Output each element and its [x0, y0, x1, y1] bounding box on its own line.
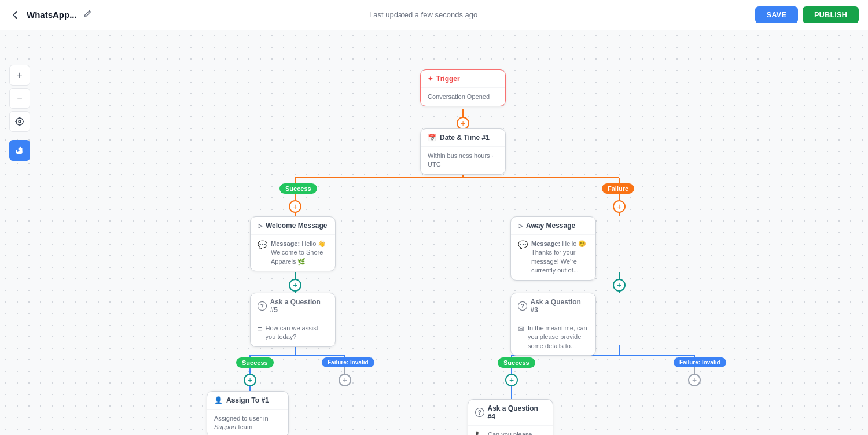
- plus-askq5-failure[interactable]: +: [339, 374, 351, 386]
- datetime-icon: 📅: [428, 134, 436, 142]
- welcome-body: 💬 Message: Hello 👋 Welcome to Shore Appa…: [251, 235, 335, 271]
- askq4-node: ? Ask a Question #4 📞 Can you please pro…: [468, 399, 553, 435]
- assign-title: Assign To #1: [226, 396, 269, 404]
- askq3-body-icon: ✉: [518, 324, 524, 334]
- trigger-title: Trigger: [436, 75, 460, 83]
- svg-point-1: [19, 120, 21, 123]
- askq3-body: ✉ In the meantime, can you please provid…: [511, 319, 595, 355]
- trigger-node: ✦ Trigger Conversation Opened: [420, 69, 506, 106]
- trigger-body: Conversation Opened: [421, 88, 505, 106]
- whatsapp-icon-welcome: 💬: [258, 239, 267, 251]
- failure-badge-right: Failure: [602, 183, 634, 194]
- datetime-title: Date & Time #1: [440, 134, 490, 142]
- askq3-icon: ?: [518, 301, 527, 311]
- header-left: WhatsApp...: [9, 9, 92, 21]
- datetime-node: 📅 Date & Time #1 Within business hours ·…: [420, 128, 506, 175]
- flow-canvas: + −: [0, 30, 868, 435]
- askq4-header: ? Ask a Question #4: [468, 400, 553, 426]
- askq4-body: 📞 Can you please provide your phone numb…: [468, 426, 553, 435]
- datetime-body: Within business hours · UTC: [421, 147, 505, 174]
- whatsapp-icon-away: 💬: [518, 239, 528, 251]
- assign-node: 👤 Assign To #1 Assigned to user in Suppo…: [207, 391, 289, 435]
- back-button[interactable]: [9, 9, 21, 21]
- away-body: 💬 Message: Hello 😊 Thanks for your messa…: [511, 235, 595, 280]
- zoom-in-button[interactable]: +: [9, 65, 30, 86]
- trigger-body-text: Conversation Opened: [428, 93, 490, 100]
- plus-below-welcome[interactable]: +: [289, 279, 301, 292]
- success-badge-askq3: Success: [498, 357, 535, 368]
- header: WhatsApp... Last updated a few seconds a…: [0, 0, 868, 30]
- plus-trigger-datetime[interactable]: +: [457, 117, 469, 130]
- welcome-icon: ▷: [258, 222, 262, 230]
- askq5-body: ≡ How can we assist you today?: [251, 319, 335, 346]
- datetime-body-text: Within business hours · UTC: [428, 152, 494, 168]
- save-button[interactable]: SAVE: [755, 6, 798, 23]
- askq3-title: Ask a Question #3: [531, 298, 589, 314]
- edit-button[interactable]: [83, 9, 92, 20]
- askq5-header: ? Ask a Question #5: [251, 293, 335, 319]
- toolbar: + −: [9, 65, 30, 161]
- away-title: Away Message: [526, 222, 575, 230]
- away-header: ▷ Away Message: [511, 217, 595, 235]
- plus-after-failure[interactable]: +: [613, 200, 626, 213]
- zoom-out-button[interactable]: −: [9, 88, 30, 109]
- trigger-icon: ✦: [428, 75, 433, 83]
- success-badge-askq5: Success: [236, 357, 274, 368]
- welcome-node: ▷ Welcome Message 💬 Message: Hello 👋 Wel…: [250, 216, 336, 271]
- askq5-body-text: How can we assist you today?: [266, 324, 328, 342]
- plus-after-success[interactable]: +: [289, 200, 301, 213]
- askq3-header: ? Ask a Question #3: [511, 293, 595, 319]
- welcome-header: ▷ Welcome Message: [251, 217, 335, 235]
- svg-point-0: [16, 118, 23, 125]
- away-node: ▷ Away Message 💬 Message: Hello 😊 Thanks…: [510, 216, 596, 281]
- failure-invalid-badge-askq3: Failure: Invalid: [674, 357, 726, 367]
- failure-invalid-badge-askq5: Failure: Invalid: [322, 357, 374, 367]
- success-badge-left: Success: [279, 183, 317, 194]
- askq4-body-text: Can you please provide your phone number…: [488, 430, 546, 435]
- target-button[interactable]: [9, 111, 30, 132]
- askq3-body-text: In the meantime, can you please provide …: [528, 324, 589, 351]
- askq5-icon: ?: [258, 301, 267, 311]
- hand-tool-button[interactable]: [9, 140, 30, 161]
- askq4-body-icon: 📞: [475, 430, 484, 435]
- askq4-title: Ask a Question #4: [488, 404, 546, 421]
- plus-askq3-failure[interactable]: +: [688, 374, 701, 386]
- askq4-icon: ?: [475, 408, 484, 417]
- header-status: Last updated a few seconds ago: [369, 10, 477, 19]
- assign-icon: 👤: [214, 396, 223, 404]
- trigger-header: ✦ Trigger: [421, 70, 505, 88]
- publish-button[interactable]: PUBLISH: [803, 6, 859, 23]
- assign-header: 👤 Assign To #1: [207, 392, 288, 410]
- plus-below-away[interactable]: +: [613, 279, 626, 292]
- askq3-node: ? Ask a Question #3 ✉ In the meantime, c…: [510, 293, 596, 356]
- datetime-header: 📅 Date & Time #1: [421, 129, 505, 147]
- plus-askq5-success[interactable]: +: [244, 374, 256, 386]
- askq5-body-icon: ≡: [258, 324, 262, 334]
- away-icon: ▷: [518, 222, 523, 230]
- plus-askq3-success[interactable]: +: [505, 374, 518, 386]
- assign-body: Assigned to user in Support team: [207, 410, 288, 435]
- header-right: SAVE PUBLISH: [755, 6, 859, 23]
- app-title: WhatsApp...: [27, 10, 77, 20]
- welcome-title: Welcome Message: [266, 222, 328, 230]
- askq5-title: Ask a Question #5: [270, 298, 328, 314]
- askq5-node: ? Ask a Question #5 ≡ How can we assist …: [250, 293, 336, 347]
